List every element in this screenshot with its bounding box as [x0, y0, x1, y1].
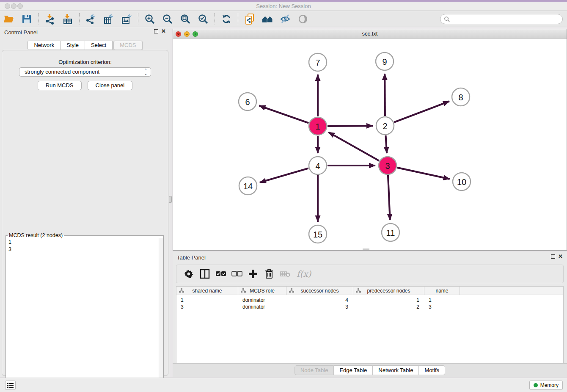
mcds-result-text[interactable]: 1 3 [6, 238, 163, 392]
graph-edge-2-3[interactable] [385, 135, 387, 153]
graph-edge-2-8[interactable] [394, 101, 449, 122]
graph-node-2[interactable]: 2 [376, 117, 394, 135]
graph-node-11[interactable]: 11 [382, 224, 399, 241]
column-header-predecessor-nodes[interactable]: predecessor nodes [353, 287, 424, 295]
network-window-titlebar[interactable]: ✕ − + scc.txt [173, 29, 567, 39]
node-table[interactable]: shared name MCDS role successor nodes pr… [176, 286, 564, 363]
first-neighbors-icon[interactable] [261, 13, 274, 25]
save-session-icon[interactable] [20, 13, 33, 25]
column-header-successor-nodes[interactable]: successor nodes [286, 287, 353, 295]
graph-node-10[interactable]: 10 [453, 173, 471, 190]
deselect-all-icon[interactable] [231, 268, 243, 280]
result-scrollbar[interactable] [159, 238, 163, 392]
column-label: successor nodes [300, 288, 339, 294]
graph-node-1[interactable]: 1 [309, 117, 327, 135]
zoom-selected-icon[interactable] [197, 13, 209, 25]
cell-name[interactable]: 1 [424, 297, 460, 304]
cell-shared-name[interactable]: 1 [176, 297, 238, 304]
app-titlebar: Session: New Session [0, 2, 567, 11]
memory-button[interactable]: Memory [529, 381, 563, 390]
float-panel-icon[interactable] [154, 29, 158, 33]
minimize-window-button[interactable] [11, 3, 17, 9]
search-input[interactable] [452, 15, 562, 23]
graph-node-9[interactable]: 9 [376, 52, 394, 70]
network-close-icon[interactable]: ✕ [176, 31, 181, 37]
cell-successor-nodes[interactable]: 4 [286, 297, 353, 304]
float-table-panel-icon[interactable] [551, 254, 555, 259]
graph-node-8[interactable]: 8 [452, 88, 470, 106]
export-image-icon[interactable] [120, 13, 133, 25]
column-header-shared-name[interactable]: shared name [176, 287, 238, 295]
delete-table-icon[interactable] [279, 268, 291, 280]
table-settings-icon[interactable] [183, 268, 195, 280]
graph-edge-3-1[interactable] [328, 132, 379, 160]
close-panel-button[interactable]: Close panel [88, 81, 133, 90]
zoom-window-button[interactable] [17, 3, 23, 9]
zoom-fit-icon[interactable] [179, 13, 192, 25]
cell-name[interactable]: 3 [424, 304, 460, 310]
import-table-icon[interactable] [61, 13, 74, 25]
column-header-name[interactable]: name [424, 287, 460, 295]
task-history-button[interactable] [5, 381, 16, 390]
graph-node-label: 14 [243, 182, 253, 191]
delete-column-icon[interactable] [263, 268, 275, 280]
tab-select[interactable]: Select [85, 41, 113, 50]
table-row[interactable]: 3 dominator 3 2 3 [176, 304, 563, 310]
zoom-out-icon[interactable] [161, 13, 174, 25]
tab-style[interactable]: Style [61, 41, 85, 50]
close-window-button[interactable] [5, 3, 10, 9]
hide-selected-icon[interactable] [279, 13, 292, 25]
tab-motifs[interactable]: Motifs [419, 365, 445, 375]
show-all-icon[interactable] [297, 13, 309, 25]
zoom-in-icon[interactable] [143, 13, 156, 25]
tab-network[interactable]: Network [28, 41, 61, 50]
cell-shared-name[interactable]: 3 [176, 304, 238, 310]
clone-network-icon[interactable] [243, 13, 256, 25]
tab-edge-table[interactable]: Edge Table [334, 365, 373, 375]
cell-predecessor-nodes[interactable]: 1 [353, 297, 424, 304]
graph-edge-1-6[interactable] [259, 106, 308, 123]
show-column-icon[interactable] [199, 268, 211, 280]
run-mcds-button[interactable]: Run MCDS [38, 81, 82, 90]
add-column-icon[interactable] [247, 268, 259, 280]
export-network-icon[interactable] [85, 13, 97, 25]
tab-node-table[interactable]: Node Table [295, 365, 334, 375]
column-header-mcds-role[interactable]: MCDS role [238, 287, 286, 295]
close-table-panel-icon[interactable]: ✕ [558, 254, 563, 259]
toolbar-separator [38, 13, 39, 25]
import-network-icon[interactable] [44, 13, 56, 25]
apply-layout-icon[interactable] [220, 13, 233, 25]
cell-mcds-role[interactable]: dominator [238, 297, 286, 304]
select-all-icon[interactable] [215, 268, 227, 280]
cell-mcds-role[interactable]: dominator [238, 304, 286, 310]
panel-splitter-grip[interactable] [169, 196, 172, 203]
graph-node-15[interactable]: 15 [309, 225, 327, 243]
equation-builder-icon[interactable]: f(x) [297, 269, 311, 279]
graph-node-3[interactable]: 3 [379, 157, 396, 174]
search-field[interactable] [440, 14, 563, 24]
graph-edge-3-11[interactable] [388, 175, 390, 220]
open-session-icon[interactable] [3, 13, 15, 25]
table-row[interactable]: 1 dominator 4 1 1 [176, 297, 563, 304]
optimization-criterion-label: Optimization criterion: [2, 59, 168, 65]
graph-edge-3-10[interactable] [397, 168, 449, 179]
canvas-grip[interactable] [363, 248, 369, 250]
export-table-icon[interactable] [102, 13, 115, 25]
graph-node-14[interactable]: 14 [239, 177, 257, 195]
tab-mcds[interactable]: MCDS [113, 41, 142, 50]
tab-network-table[interactable]: Network Table [373, 365, 419, 375]
cell-predecessor-nodes[interactable]: 2 [353, 304, 424, 310]
criterion-select[interactable]: strongly connected component ⌃⌄ [19, 67, 151, 77]
graph-edge-4-14[interactable] [260, 168, 308, 182]
graph-node-7[interactable]: 7 [309, 53, 327, 71]
graph-node-6[interactable]: 6 [239, 93, 256, 110]
network-canvas[interactable]: 7968124314101511 [173, 39, 567, 250]
graph-node-4[interactable]: 4 [309, 157, 327, 174]
table-toolbar: f(x) [176, 265, 564, 283]
network-maximize-icon[interactable]: + [193, 31, 198, 37]
graph-edge-2-9[interactable] [385, 74, 385, 116]
cell-successor-nodes[interactable]: 3 [286, 304, 353, 310]
network-minimize-icon[interactable]: − [184, 31, 190, 37]
graph-edge-1-2[interactable] [328, 126, 373, 126]
close-panel-icon[interactable]: ✕ [161, 29, 166, 34]
